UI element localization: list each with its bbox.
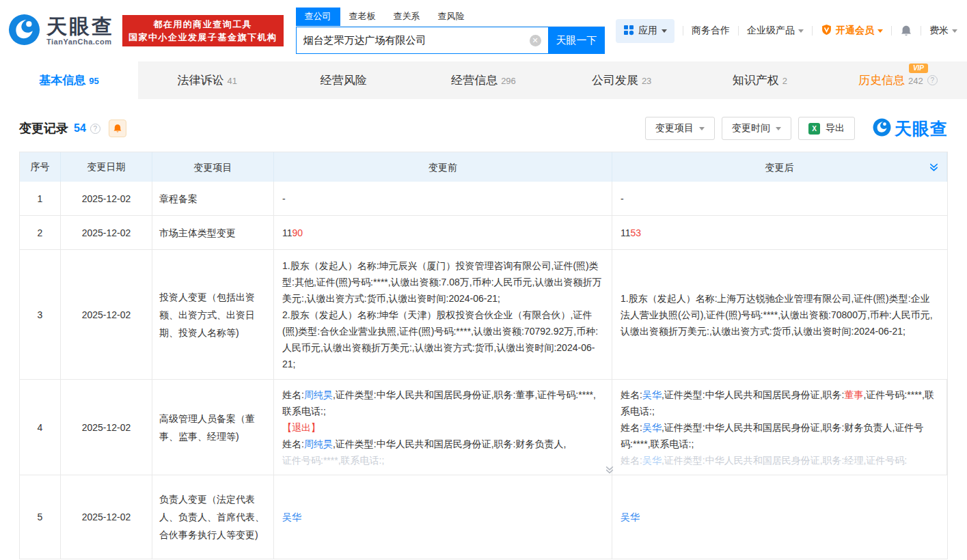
cell-change-date: 2025-12-02 [61,250,152,379]
top-nav: 应用 商务合作 企业级产品 开通会员 [616,19,957,43]
cell-change-item: 负责人变更（法定代表人、负责人、首席代表、合伙事务执行人等变更) [152,475,274,559]
cell-before: 姓名:周纯昊,证件类型:中华人民共和国居民身份证,职务:董事,证件号码:****… [274,380,612,475]
cell-after: 吴华 [612,475,947,559]
tab-legal-litigation[interactable]: 法律诉讼41 [138,61,276,99]
search-tabs: 查公司 查老板 查关系 查风险 [296,8,605,27]
cell-before: 1.股东（发起人）名称:坤元辰兴（厦门）投资管理咨询有限公司,证件(照)类型:其… [274,250,612,379]
cell-text: 11 [621,227,631,238]
help-icon[interactable]: ? [927,75,938,85]
tab-basic-info[interactable]: 基本信息95 [0,61,138,99]
tianyancha-logo[interactable]: 天眼查 TianYanCha.com [8,14,114,48]
filter-change-time[interactable]: 变更时间 [722,117,791,140]
notifications-bell[interactable] [900,25,912,37]
cell-change-item: 高级管理人员备案（董事、监事、经理等) [152,380,274,475]
person-link-faded[interactable]: 吴华 [642,455,662,466]
cell-text: 2.股东（发起人）名称:坤华（天津）股权投资合伙企业（有限合伙）,证件(照)类型… [282,309,598,369]
expand-row-icon[interactable] [605,465,614,475]
cell-text: 姓名: [282,438,304,449]
column-header: 变更后 [612,152,947,182]
table-row: 42025-12-02高级管理人员备案（董事、监事、经理等)姓名:周纯昊,证件类… [20,380,947,475]
search-tab-risk[interactable]: 查风险 [429,8,474,26]
section-count: 54 [74,122,86,135]
user-menu[interactable]: 费米 [929,25,957,37]
person-link[interactable]: 吴华 [642,389,662,400]
tianyancha-logo-icon [873,118,891,139]
nav-business-coop[interactable]: 商务合作 [692,25,730,37]
search-tab-relation[interactable]: 查关系 [385,8,429,26]
cell-index: 3 [20,250,61,379]
changed-value: 53 [631,227,642,238]
bell-icon [113,124,122,133]
cell-after: 1.股东（发起人）名称:上海万达锐驰企业管理有限公司,证件(照)类型:企业法人营… [612,250,947,379]
divider [891,26,892,36]
promo-banner: 都在用的商业查询工具 国家中小企业发展子基金旗下机构 [122,15,284,46]
changed-value: 董事 [844,389,863,400]
filter-change-item[interactable]: 变更项目 [645,117,715,140]
cell-text: - [282,193,286,204]
cell-change-date: 2025-12-02 [61,182,152,215]
chevron-down-icon [776,127,781,133]
excel-icon: X [808,123,820,135]
nav-enterprise-products[interactable]: 企业级产品 [747,25,804,37]
search-input[interactable] [303,35,530,46]
cell-text: - [621,193,624,204]
chevron-down-icon [662,29,667,36]
table-header-row: 序号变更日期变更项目变更前变更后 [20,152,947,182]
divider [921,26,921,36]
username: 费米 [929,25,949,37]
tianyancha-watermark: 天眼查 [873,117,948,140]
cell-after: - [612,182,947,215]
column-header: 变更前 [274,152,612,182]
search-area: 查公司 查老板 查关系 查风险 ✕ 天眼一下 [296,8,605,54]
cell-index: 1 [20,182,61,215]
tianyancha-logo-icon [8,14,40,48]
cell-change-date: 2025-12-02 [61,475,152,559]
clear-icon[interactable]: ✕ [530,35,541,46]
table-row: 32025-12-02投资人变更（包括出资额、出资方式、出资日期、投资人名称等)… [20,250,947,380]
person-link[interactable]: 吴华 [621,512,640,522]
chevron-down-icon [952,29,957,36]
divider [738,26,739,36]
apps-menu[interactable]: 应用 [616,19,675,43]
section-title: 变更记录 [19,120,68,137]
cell-before: 1190 [274,216,612,249]
column-header: 变更项目 [152,152,274,182]
person-link[interactable]: 周纯昊 [304,389,333,400]
chevron-down-icon [877,29,883,36]
company-tab-bar: 基本信息95 法律诉讼41 经营风险 经营信息296 公司发展23 知识产权2 … [0,61,967,99]
cell-index: 2 [20,216,61,249]
person-link[interactable]: 周纯昊 [304,438,333,449]
tab-history-info[interactable]: VIP 历史信息242 ? [829,61,967,99]
person-link[interactable]: 吴华 [282,512,301,522]
collapse-all-icon[interactable] [929,162,939,172]
tab-operating-info[interactable]: 经营信息296 [414,61,552,99]
apps-grid-icon [623,25,634,38]
top-bar: 天眼查 TianYanCha.com 都在用的商业查询工具 国家中小企业发展子基… [0,0,967,61]
search-button[interactable]: 天眼一下 [549,27,605,54]
cell-text: 姓名: [621,389,642,400]
cell-text: ,证件类型:中华人民共和国居民身份证,职务: [662,389,845,400]
search-tab-company[interactable]: 查公司 [296,8,340,26]
change-table: 序号变更日期变更项目变更前变更后12025-12-02章程备案--22025-1… [19,152,948,559]
export-button[interactable]: X 导出 [798,117,855,140]
divider [683,26,683,36]
chevron-down-icon [798,29,804,36]
bell-icon [900,25,912,37]
cell-text: ,证件类型:中华人民共和国居民身份证,职务:财务负责人,证件号码:****,联系… [621,422,923,449]
tab-operating-risk[interactable]: 经营风险 [276,61,414,99]
help-icon[interactable]: ? [90,124,100,134]
person-link[interactable]: 吴华 [642,422,662,433]
brand-domain: TianYanCha.com [46,38,114,46]
changed-value: 90 [292,227,303,238]
search-tab-boss[interactable]: 查老板 [340,8,385,26]
cell-after: 1153 [612,216,947,249]
subscribe-bell-button[interactable] [109,120,126,137]
tab-company-development[interactable]: 公司发展23 [553,61,691,99]
cell-text: 11 [282,227,292,238]
tab-intellectual-property[interactable]: 知识产权2 [691,61,829,99]
faded-text: 证件号码:****,联系电话:; [282,455,384,466]
cell-before: 吴华 [274,475,612,559]
table-row: 22025-12-02市场主体类型变更11901153 [20,216,947,250]
change-record-header: 变更记录 54 ? 变更项目 变更时间 X 导出 天眼查 [0,99,967,152]
nav-open-vip[interactable]: 开通会员 [821,24,883,38]
